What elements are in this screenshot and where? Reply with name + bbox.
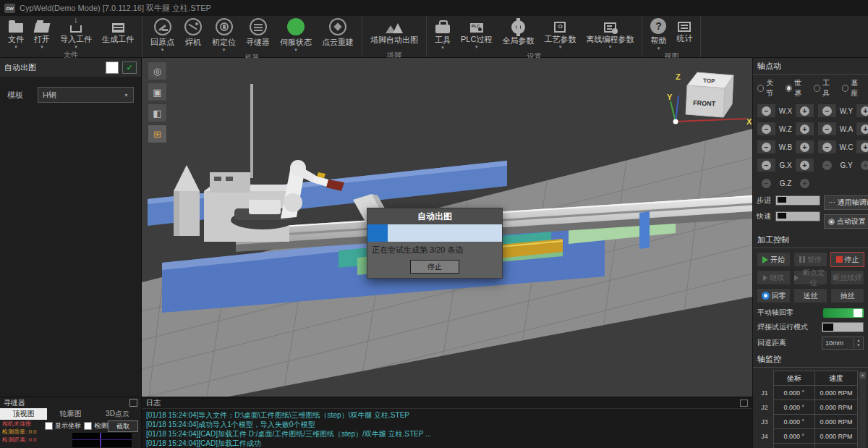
- jog-minus-W.Y[interactable]: −: [817, 103, 837, 118]
- viewport-3d[interactable]: ◎▣◧⊞ TOP FRONT X Y Z 自动出图 正在尝试生成第 3/20 条…: [142, 58, 752, 397]
- resume-icon: [763, 275, 767, 281]
- stop-button-panel[interactable]: 停止: [830, 252, 864, 267]
- minus-icon: −: [762, 143, 771, 152]
- home-button[interactable]: 回零: [757, 288, 791, 303]
- jog-minus-G.X[interactable]: −: [757, 158, 776, 172]
- tab-3D点云[interactable]: 3D点云: [94, 408, 141, 420]
- jog-plus-G.X[interactable]: +: [795, 158, 814, 172]
- jog-mode-基座[interactable]: 基座: [842, 78, 864, 98]
- play-icon: [762, 256, 768, 263]
- ribbon-button-offline-params[interactable]: 离线编程参数▾: [581, 16, 639, 49]
- wire-feed-button[interactable]: 送丝: [793, 288, 827, 303]
- ribbon-button-generate-part[interactable]: 生成工件: [97, 16, 139, 49]
- spinner-arrows[interactable]: ▲▼: [854, 338, 863, 348]
- minus-icon: −: [762, 179, 771, 188]
- ribbon-button-process-params[interactable]: 工艺参数▾: [539, 16, 581, 49]
- breakpoint-locate-button[interactable]: 断点定位: [793, 270, 827, 285]
- ribbon-button-help[interactable]: ?帮助▾: [645, 16, 671, 51]
- jog-plus-W.X[interactable]: +: [795, 103, 814, 118]
- expand-icon[interactable]: [129, 399, 137, 407]
- jog-plus-W.B[interactable]: +: [795, 140, 814, 154]
- monitor-scrollbar[interactable]: ▲: [859, 372, 866, 448]
- progress-message: 正在尝试生成第 3/20 条边: [367, 242, 502, 257]
- jog-mode-label: 世界: [794, 78, 807, 98]
- translate-home-toggle[interactable]: [823, 308, 864, 318]
- jog-settings-button[interactable]: 点动设置: [824, 214, 868, 229]
- import-part-icon: [70, 25, 82, 33]
- scroll-up-icon[interactable]: ▲: [859, 372, 866, 379]
- plc-process-icon: [470, 23, 483, 33]
- rewire-button[interactable]: 断丝续焊: [830, 270, 864, 285]
- start-button[interactable]: 开始: [757, 252, 791, 267]
- radio-icon: [757, 85, 764, 92]
- axis-position: 0.000 °: [774, 386, 815, 400]
- right-panel: 轴点动 关节世界工具基座 −W.X+−W.Y+−W.Z+−W.A+−W.B+−W…: [752, 58, 868, 448]
- ribbon-button-import-part[interactable]: 导入工件▾: [55, 16, 97, 49]
- log-title: 日志: [146, 398, 161, 408]
- pause-button[interactable]: 暂停: [793, 252, 827, 267]
- log-collapse-icon[interactable]: [740, 400, 748, 407]
- jog-axis-label: W.A: [838, 125, 854, 133]
- jog-plus-W.Y[interactable]: +: [856, 103, 868, 118]
- jog-axis-label: G.X: [778, 161, 793, 169]
- capture-button[interactable]: 截取: [108, 420, 138, 432]
- ribbon-button-global-params[interactable]: 全局参数: [497, 16, 539, 51]
- ribbon-button-label: 帮助: [650, 35, 666, 46]
- log-entries[interactable]: [01/18 15:24:04]导入文件：D:\桌面\工件图纸\三维图纸（ste…: [142, 409, 752, 448]
- tab-顶视图[interactable]: 顶视图: [0, 408, 47, 420]
- ribbon-button-label: 回原点: [150, 37, 174, 48]
- jog-plus-W.C[interactable]: +: [856, 140, 868, 154]
- auto-draw-panel: 自动出图 ✓ 模板 H钢 ▼: [0, 58, 142, 397]
- stop-button[interactable]: 停止: [410, 260, 459, 274]
- ribbon-button-home-origin[interactable]: 回原点▾: [145, 16, 179, 52]
- resume-button[interactable]: 继续: [757, 270, 791, 285]
- template-value: H钢: [43, 90, 56, 101]
- view-cube[interactable]: TOP FRONT X Y Z: [665, 64, 752, 130]
- jog-plus-W.A[interactable]: +: [856, 122, 868, 136]
- section-view-icon[interactable]: ◧: [148, 103, 167, 122]
- ribbon-button-corbel-auto-draw[interactable]: 塔脚自动出图: [365, 16, 423, 50]
- jog-mode-工具[interactable]: 工具: [814, 78, 835, 98]
- wire-retract-button[interactable]: 抽丝: [830, 288, 864, 303]
- jog-minus-W.X[interactable]: −: [757, 103, 776, 118]
- title-bar: cw CypWeld(Demo Mode) [7.0.112.16] 双牛腿 立…: [0, 0, 868, 16]
- view-cube-icon[interactable]: ▣: [148, 83, 167, 101]
- color-swatch[interactable]: [106, 62, 119, 74]
- ribbon-button-servo-status[interactable]: 伺服状态▾: [275, 16, 317, 52]
- ribbon-button-file[interactable]: 文件▾: [3, 16, 29, 49]
- retract-distance-spinner[interactable]: 10mm ▲▼: [822, 337, 864, 350]
- jog-mode-label: 工具: [822, 78, 835, 98]
- ribbon-button-tools[interactable]: 工具▾: [430, 16, 456, 50]
- template-select[interactable]: H钢 ▼: [38, 87, 134, 103]
- preview-check-icon[interactable]: ✓: [122, 62, 137, 74]
- ribbon-button-initial-position[interactable]: 初定位▾: [207, 16, 241, 52]
- jog-minus-W.A[interactable]: −: [817, 122, 837, 136]
- fit-view-icon[interactable]: ◎: [148, 62, 167, 80]
- ribbon-button-plc-process[interactable]: PLC过程▾: [456, 16, 497, 49]
- step-slider[interactable]: [775, 195, 820, 206]
- jog-mode-世界[interactable]: 世界: [786, 78, 807, 98]
- jog-minus-W.B[interactable]: −: [757, 140, 776, 154]
- minus-icon: −: [822, 124, 832, 134]
- home-icon: [762, 292, 770, 300]
- measure-icon[interactable]: ⊞: [148, 124, 167, 143]
- ribbon-button-open[interactable]: 打开▾: [29, 16, 55, 49]
- jog-minus-W.Z[interactable]: −: [757, 122, 776, 136]
- view-cube-front-label[interactable]: FRONT: [693, 99, 716, 108]
- jog-mode-关节[interactable]: 关节: [757, 78, 779, 98]
- ribbon-button-pointcloud-rebuild[interactable]: 点云重建: [317, 16, 359, 52]
- ribbon-button-stats[interactable]: 统计: [671, 16, 697, 48]
- viewport-toolbar: ◎▣◧⊞: [148, 62, 167, 143]
- dry-run-toggle[interactable]: [822, 322, 864, 332]
- jog-axis-W.B: −W.B+: [757, 140, 814, 154]
- ribbon-button-welder[interactable]: 焊机: [179, 16, 207, 52]
- generate-part-icon: [112, 23, 124, 33]
- fast-slider[interactable]: [775, 211, 820, 221]
- general-axis-debug-button[interactable]: ··· 通用轴调试: [824, 195, 868, 210]
- view-cube-top-label[interactable]: TOP: [703, 77, 715, 85]
- checkbox-显示坐标[interactable]: 显示坐标: [45, 421, 81, 431]
- jog-minus-W.C[interactable]: −: [817, 140, 837, 154]
- tab-轮廓图[interactable]: 轮廓图: [47, 408, 94, 420]
- jog-plus-W.Z[interactable]: +: [795, 122, 814, 136]
- ribbon-button-seam-finder[interactable]: 寻缝器: [241, 16, 275, 52]
